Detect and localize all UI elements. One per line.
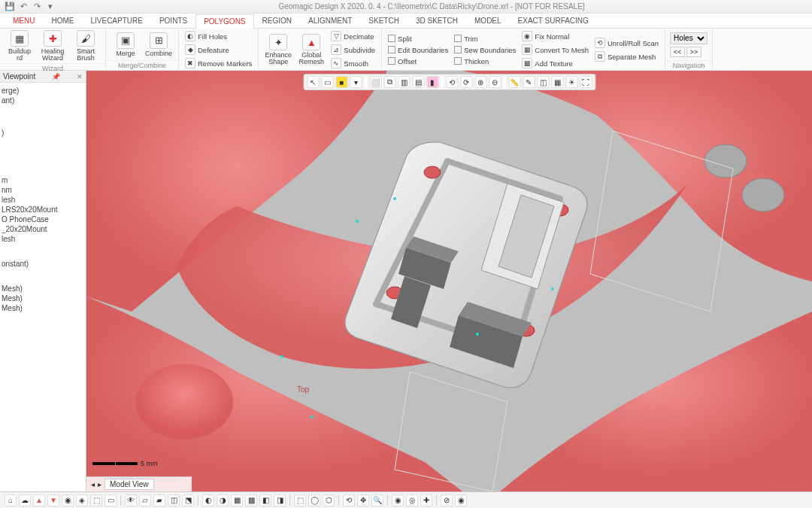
tab-home[interactable]: HOME [43,14,82,28]
buildup-wizard-button[interactable]: ▦Buildup rd [5,30,35,62]
tree-item[interactable]: Mesh) [2,303,84,313]
combine-button[interactable]: ⊞Combine [144,32,174,57]
tree-item[interactable]: O PhoneCase [2,214,84,224]
separate-mesh-button[interactable]: ⧉Separate Mesh [593,50,660,62]
tab-sketch[interactable]: SKETCH [360,14,408,28]
panel-header[interactable]: Viewpoint 📌 ✕ [0,71,86,83]
tree-item[interactable]: onstant) [2,259,84,269]
sb-m1-icon[interactable]: ◉ [392,494,404,506]
tab-region[interactable]: REGION [254,14,300,28]
viewport-3d[interactable]: ↖ ▭ ■ ▾ ⬜ ⧉ ▥ ▤ ▮ ⟲ ⟳ ⊕ ⊖ 📏 ✎ ◫ ▦ ☀ ⛶ To… [86,71,812,491]
tree-item[interactable]: ) [2,128,84,138]
edit-boundaries-button[interactable]: Edit Boundaries [386,45,450,55]
smart-brush-button[interactable]: 🖌Smart Brush [71,30,101,62]
tab-next-icon[interactable]: ▸ [98,480,102,488]
tab-exact[interactable]: EXACT SURFACING [510,14,597,28]
tab-menu[interactable]: MENU [5,14,43,28]
vt-select-icon[interactable]: ▭ [321,76,333,88]
tree-item[interactable]: erge) [2,86,84,96]
convert-to-mesh-button[interactable]: ▦Convert To Mesh [520,44,590,56]
sb-eye-icon[interactable]: 👁 [125,494,137,506]
sb-sel2-icon[interactable]: ◯ [308,494,320,506]
sb-pl4-icon[interactable]: ⬔ [182,494,194,506]
qat-dropdown-icon[interactable]: ▾ [45,2,56,12]
vt-measure-icon[interactable]: 📏 [508,76,520,88]
tree-item[interactable]: ant) [2,96,84,105]
tree-item[interactable]: _20x20Mount [2,224,84,234]
tab-model[interactable]: MODEL [466,14,510,28]
vt-rot1-icon[interactable]: ⟲ [446,76,458,88]
nav-next-button[interactable]: >> [686,47,701,57]
vt-rot3-icon[interactable]: ⊕ [474,76,486,88]
thicken-button[interactable]: Thicken [453,56,517,66]
tree-item[interactable]: LRS20x20Mount [2,205,84,214]
sb-rend2-icon[interactable]: ◑ [217,494,229,506]
smooth-button[interactable]: ∿Smooth [329,57,377,69]
tree-item[interactable]: lesh [2,234,84,244]
model-view-tab[interactable]: Model View [105,479,154,490]
fill-holes-button[interactable]: ◐Fill Holes [183,30,253,42]
vt-view4-icon[interactable]: ▤ [412,76,424,88]
sew-boundaries-button[interactable]: Sew Boundaries [453,45,517,55]
sb-rend1-icon[interactable]: ◐ [202,494,214,506]
sb-sk2-icon[interactable]: ▭ [105,494,117,506]
vt-rot4-icon[interactable]: ⊖ [489,76,501,88]
tree-item[interactable]: nm [2,185,84,195]
feature-tree[interactable]: erge) ant) ) m nm lesh LRS20x20Mount O P… [0,83,86,491]
sb-nav2-icon[interactable]: ✥ [357,494,369,506]
vt-drop-icon[interactable]: ▾ [350,76,362,88]
qat-undo-icon[interactable]: ↶ [18,2,29,12]
offset-button[interactable]: Offset [386,56,450,66]
healing-wizard-button[interactable]: ✚Healing Wizard [38,30,68,62]
vt-light-icon[interactable]: ☀ [565,76,577,88]
vt-cursor-icon[interactable]: ↖ [307,76,319,88]
tab-polygons[interactable]: POLYGONS [195,14,253,29]
panel-pin-icon[interactable]: 📌 [52,73,60,81]
qat-redo-icon[interactable]: ↷ [32,2,42,12]
sb-hide-icon[interactable]: ⊘ [441,494,453,506]
tab-3dsketch[interactable]: 3D SKETCH [408,14,466,28]
merge-button[interactable]: ▣Merge [111,32,141,57]
sb-m2-icon[interactable]: ◎ [406,494,418,506]
vt-pencil-icon[interactable]: ✎ [523,76,535,88]
vt-view5-icon[interactable]: ▮ [426,76,438,88]
sb-body-icon[interactable]: ◉ [62,494,74,506]
sb-pl3-icon[interactable]: ◫ [168,494,180,506]
sb-pl1-icon[interactable]: ▱ [139,494,151,506]
unroll-scan-button[interactable]: ⟲Unroll/Roll Scan [593,37,660,49]
global-remesh-button[interactable]: ▲Global Remesh [296,34,326,65]
trim-button[interactable]: Trim [453,34,517,44]
split-button[interactable]: Split [386,34,450,44]
nav-prev-button[interactable]: << [670,47,685,57]
sb-cloud-icon[interactable]: ☁ [19,494,31,506]
sb-nav3-icon[interactable]: 🔍 [371,494,383,506]
tab-livecapture[interactable]: LIVECAPTURE [82,14,150,28]
defeature-button[interactable]: ◆Defeature [183,44,253,56]
tree-item[interactable]: Mesh) [2,294,84,303]
tree-item[interactable]: m [2,175,84,185]
tree-item[interactable]: lesh [2,195,84,205]
sb-mesh2-icon[interactable]: ▼ [47,494,59,506]
vt-cam-icon[interactable]: ⛶ [580,76,592,88]
remove-markers-button[interactable]: ✖Remove Markers [183,57,253,69]
vt-view2-icon[interactable]: ⧉ [383,76,395,88]
sb-show-icon[interactable]: ◉ [455,494,467,506]
tab-alignment[interactable]: ALIGNMENT [300,14,360,28]
panel-close-icon[interactable]: ✕ [77,73,83,81]
qat-save-icon[interactable]: 💾 [5,2,15,12]
nav-select[interactable]: Holes [670,32,707,44]
vt-view1-icon[interactable]: ⬜ [369,76,381,88]
vt-clip-icon[interactable]: ◫ [537,76,549,88]
sb-rend3-icon[interactable]: ▦ [231,494,243,506]
enhance-shape-button[interactable]: ✦Enhance Shape [263,34,293,65]
sb-m3-icon[interactable]: ✚ [420,494,432,506]
vt-view3-icon[interactable]: ▥ [398,76,410,88]
sb-home-icon[interactable]: ⌂ [5,494,17,506]
tree-item[interactable]: Mesh) [2,284,84,294]
fix-normal-button[interactable]: ◉Fix Normal [520,30,590,42]
sb-sk-icon[interactable]: ⬚ [90,494,102,506]
vt-grid-icon[interactable]: ▦ [551,76,563,88]
vt-color-icon[interactable]: ■ [335,76,347,88]
tab-points[interactable]: POINTS [151,14,195,28]
vt-rot2-icon[interactable]: ⟳ [460,76,472,88]
